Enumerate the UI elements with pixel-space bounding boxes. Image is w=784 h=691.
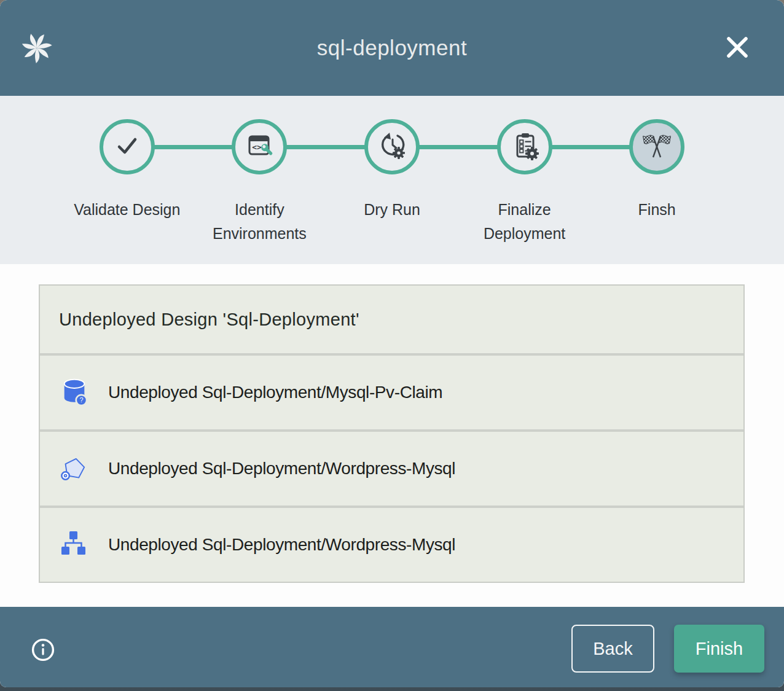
list-item: Undeployed Sql-Deployment/Wordpress-Mysq… bbox=[40, 432, 743, 506]
check-icon bbox=[113, 131, 141, 162]
close-icon bbox=[724, 34, 750, 62]
step-validate-design: Validate Design bbox=[61, 96, 194, 246]
list-item-text: Undeployed Sql-Deployment/Mysql-Pv-Claim bbox=[108, 383, 442, 402]
list-item: Undeployed Sql-Deployment/Wordpress-Mysq… bbox=[40, 508, 743, 582]
step-label: Finsh bbox=[602, 198, 712, 222]
meshery-spiral-logo bbox=[21, 32, 53, 64]
pentagon-badge-icon bbox=[59, 453, 90, 484]
list-item-text: Undeployed Design 'Sql-Deployment' bbox=[59, 310, 359, 330]
database-question-icon: ? bbox=[59, 377, 90, 408]
clipboard-gear-icon bbox=[510, 131, 539, 163]
svg-text:?: ? bbox=[79, 396, 83, 404]
list-item-text: Undeployed Sql-Deployment/Wordpress-Mysq… bbox=[108, 459, 455, 478]
deployment-wizard-modal: sql-deployment Validate Design bbox=[0, 0, 784, 687]
step-label: Dry Run bbox=[337, 198, 447, 222]
step-finish: Finsh bbox=[590, 96, 723, 246]
modal-header: sql-deployment bbox=[0, 0, 784, 96]
svg-text:<>: <> bbox=[253, 142, 262, 152]
modal-title: sql-deployment bbox=[317, 36, 467, 60]
sync-clock-gear-icon bbox=[377, 131, 407, 163]
deployment-results-list: Undeployed Design 'Sql-Deployment' ? Und… bbox=[39, 284, 745, 583]
list-item: Undeployed Design 'Sql-Deployment' bbox=[40, 286, 743, 353]
finish-button[interactable]: Finish bbox=[674, 625, 764, 673]
deployment-results-panel: Undeployed Design 'Sql-Deployment' ? Und… bbox=[0, 264, 784, 607]
step-circle bbox=[364, 119, 420, 174]
step-label: Identify Environments bbox=[204, 198, 315, 246]
step-circle: <> bbox=[232, 119, 287, 174]
info-icon bbox=[31, 655, 55, 664]
modal-footer: Back Finish bbox=[0, 607, 784, 687]
step-label: Finalize Deployment bbox=[469, 198, 580, 246]
list-item: ? Undeployed Sql-Deployment/Mysql-Pv-Cla… bbox=[40, 356, 743, 429]
info-button[interactable] bbox=[31, 638, 55, 662]
step-label: Validate Design bbox=[72, 198, 182, 222]
step-circle bbox=[497, 119, 552, 174]
wizard-stepper: Validate Design <> bbox=[0, 96, 784, 264]
step-dry-run: Dry Run bbox=[326, 96, 458, 246]
hierarchy-icon bbox=[59, 529, 90, 560]
step-circle bbox=[629, 119, 684, 174]
code-window-wrench-icon: <> bbox=[245, 131, 274, 163]
checkered-flags-icon bbox=[642, 131, 672, 163]
step-circle bbox=[100, 119, 155, 174]
list-item-text: Undeployed Sql-Deployment/Wordpress-Mysq… bbox=[108, 535, 455, 555]
close-button[interactable] bbox=[721, 32, 753, 64]
step-finalize-deployment: Finalize Deployment bbox=[458, 96, 591, 246]
back-button[interactable]: Back bbox=[571, 625, 654, 673]
step-identify-environments: <> Identify Environments bbox=[194, 96, 326, 246]
